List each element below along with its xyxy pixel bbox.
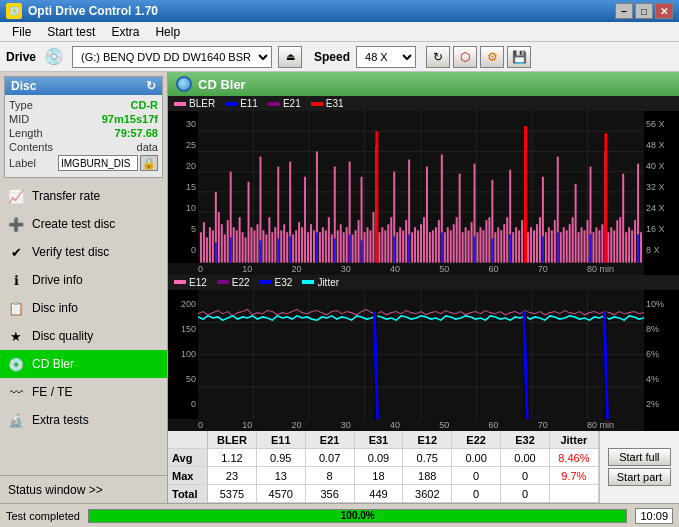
progress-bar-container: 100.0% — [88, 509, 627, 523]
menu-start-test[interactable]: Start test — [39, 23, 103, 41]
svg-rect-136 — [563, 227, 565, 262]
svg-rect-54 — [319, 232, 321, 262]
svg-rect-171 — [361, 240, 363, 262]
svg-rect-52 — [313, 230, 315, 262]
speed-select[interactable]: 48 X — [356, 46, 416, 68]
svg-rect-103 — [465, 227, 467, 262]
disc-quality-label: Disc quality — [32, 329, 93, 343]
svg-rect-31 — [251, 227, 253, 262]
menu-extra[interactable]: Extra — [103, 23, 147, 41]
svg-rect-72 — [372, 212, 374, 263]
save-button[interactable]: 💾 — [507, 46, 531, 68]
avg-e32: 0.00 — [501, 449, 550, 466]
nav-verify-test-disc[interactable]: ✔ Verify test disc — [0, 238, 167, 266]
nav-create-test-disc[interactable]: ➕ Create test disc — [0, 210, 167, 238]
disc-header-label: Disc — [11, 79, 36, 93]
label-lock-button[interactable]: 🔒 — [140, 155, 158, 171]
svg-rect-144 — [587, 220, 589, 262]
drive-select[interactable]: (G:) BENQ DVD DD DW1640 BSRB — [72, 46, 272, 68]
close-button[interactable]: ✕ — [655, 3, 673, 19]
svg-rect-159 — [631, 230, 633, 262]
type-value: CD-R — [131, 99, 159, 111]
status-bar: Test completed 100.0% 10:09 — [0, 503, 679, 527]
start-buttons-wrapper: Start full Start part — [599, 431, 679, 503]
contents-label: Contents — [9, 141, 53, 153]
lower-chart-svg — [198, 290, 644, 419]
settings-button[interactable]: ⚙ — [480, 46, 504, 68]
eject-button[interactable]: ⏏ — [278, 46, 302, 68]
svg-rect-174 — [408, 234, 410, 262]
svg-rect-148 — [598, 230, 600, 262]
svg-rect-82 — [402, 230, 404, 262]
stats-avg-row: Avg 1.12 0.95 0.07 0.09 0.75 0.00 0.00 8… — [168, 449, 599, 467]
avg-e12: 0.75 — [403, 449, 452, 466]
status-window-button[interactable]: Status window >> — [0, 475, 167, 503]
disc-panel-header: Disc ↻ — [5, 77, 162, 95]
stats-total-row: Total 5375 4570 356 449 3602 0 0 — [168, 485, 599, 503]
create-test-disc-label: Create test disc — [32, 217, 115, 231]
svg-rect-166 — [277, 238, 279, 262]
svg-rect-152 — [610, 227, 612, 262]
nav-disc-info[interactable]: 📋 Disc info — [0, 294, 167, 322]
menu-help[interactable]: Help — [147, 23, 188, 41]
svg-rect-46 — [295, 230, 297, 262]
refresh-button[interactable]: ↻ — [426, 46, 450, 68]
max-label: Max — [168, 467, 208, 484]
svg-rect-147 — [595, 227, 597, 262]
svg-rect-127 — [536, 224, 538, 262]
svg-rect-14 — [200, 232, 202, 262]
svg-rect-51 — [310, 224, 312, 262]
svg-rect-62 — [343, 232, 345, 262]
nav-drive-info[interactable]: ℹ Drive info — [0, 266, 167, 294]
start-full-button[interactable]: Start full — [608, 448, 671, 466]
svg-rect-180 — [542, 236, 544, 262]
stats-col-e12: E12 — [403, 431, 452, 448]
legend-e22: E22 — [217, 277, 250, 288]
menu-file[interactable]: File — [4, 23, 39, 41]
disc-refresh-icon[interactable]: ↻ — [146, 79, 156, 93]
svg-rect-56 — [325, 230, 327, 262]
cd-bler-icon: 💿 — [8, 356, 24, 372]
svg-rect-28 — [242, 232, 244, 262]
svg-rect-71 — [369, 230, 371, 262]
svg-rect-121 — [518, 230, 520, 262]
sidebar: Disc ↻ Type CD-R MID 97m15s17f Length 79… — [0, 72, 168, 503]
minimize-button[interactable]: – — [615, 3, 633, 19]
erase-button[interactable]: ⬡ — [453, 46, 477, 68]
svg-rect-55 — [322, 227, 324, 262]
nav-cd-bler[interactable]: 💿 CD Bler — [0, 350, 167, 378]
mid-label: MID — [9, 113, 29, 125]
content-area: CD Bler BLER E11 E21 — [168, 72, 679, 503]
total-e32: 0 — [501, 485, 550, 502]
nav-fe-te[interactable]: 〰 FE / TE — [0, 378, 167, 406]
svg-rect-89 — [423, 217, 425, 262]
total-e31: 449 — [355, 485, 404, 502]
disc-label-input[interactable] — [58, 155, 138, 171]
legend-jitter: Jitter — [302, 277, 339, 288]
svg-rect-187 — [604, 133, 607, 262]
svg-rect-18 — [212, 230, 214, 262]
svg-rect-177 — [491, 238, 493, 262]
svg-rect-119 — [512, 232, 514, 262]
nav-extra-tests[interactable]: 🔬 Extra tests — [0, 406, 167, 434]
nav-transfer-rate[interactable]: 📈 Transfer rate — [0, 182, 167, 210]
svg-rect-128 — [539, 217, 541, 262]
stats-col-e31: E31 — [355, 431, 404, 448]
max-e11: 13 — [257, 467, 306, 484]
main-layout: Disc ↻ Type CD-R MID 97m15s17f Length 79… — [0, 72, 679, 503]
upper-chart: 30 25 20 15 10 5 0 — [168, 111, 679, 263]
start-part-button[interactable]: Start part — [608, 468, 671, 486]
stats-area: BLER E11 E21 E31 E12 E22 E32 Jitter Avg … — [168, 431, 679, 503]
svg-rect-170 — [349, 234, 351, 262]
nav-disc-quality[interactable]: ★ Disc quality — [0, 322, 167, 350]
progress-text: 100.0% — [89, 510, 626, 522]
drive-info-icon: ℹ — [8, 272, 24, 288]
status-text: Test completed — [6, 510, 80, 522]
total-bler: 5375 — [208, 485, 257, 502]
maximize-button[interactable]: □ — [635, 3, 653, 19]
drive-bar: Drive 💿 (G:) BENQ DVD DD DW1640 BSRB ⏏ S… — [0, 42, 679, 72]
svg-rect-132 — [551, 230, 553, 262]
svg-rect-164 — [230, 237, 232, 262]
svg-rect-38 — [271, 232, 273, 262]
svg-rect-120 — [515, 227, 517, 262]
